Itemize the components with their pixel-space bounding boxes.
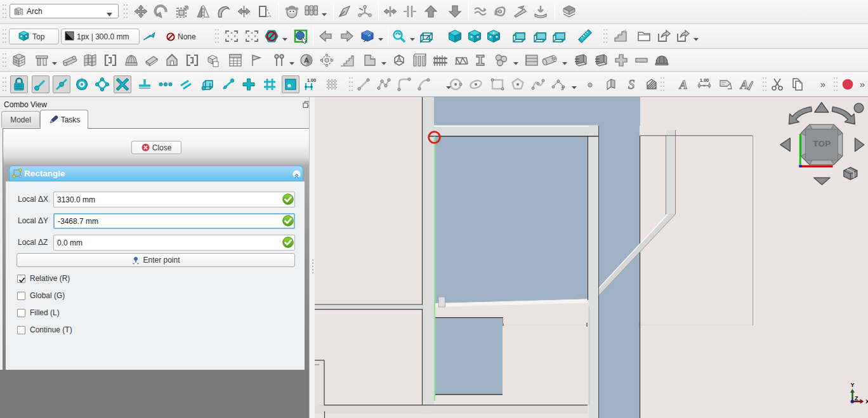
svg-text:X: X (865, 398, 868, 405)
svg-text:TOP: TOP (813, 139, 831, 148)
svg-text:Z: Z (855, 395, 858, 402)
svg-text:Y: Y (850, 382, 854, 388)
